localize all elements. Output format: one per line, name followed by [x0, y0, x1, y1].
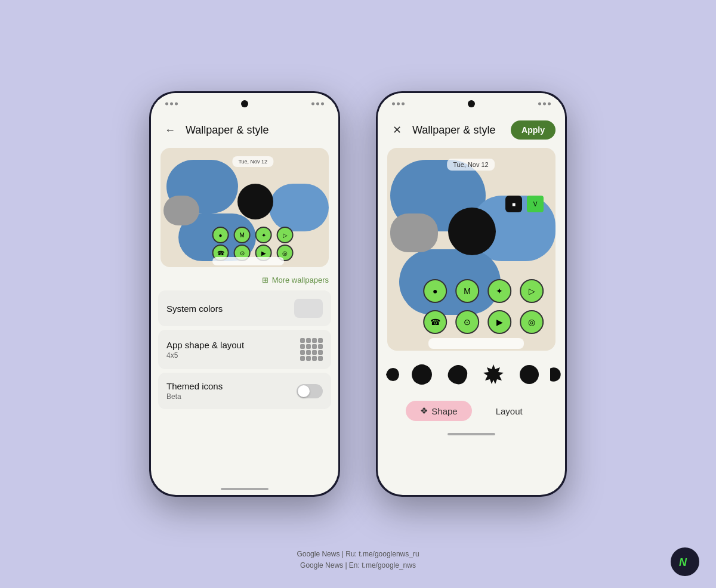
blob-gray — [163, 196, 199, 225]
wp-icon-2: M — [234, 227, 251, 243]
more-wallpapers-label: More wallpapers — [272, 276, 329, 284]
back-button[interactable]: ← — [161, 120, 180, 140]
header-1: ← Wallpaper & style — [151, 114, 338, 146]
system-colors-label: System colors — [166, 304, 223, 314]
wp-icon-1: ● — [212, 227, 229, 243]
footer-line2: Google News | En: t.me/google_nws — [0, 560, 716, 571]
footer-line1: Google News | Ru: t.me/googlenws_ru — [0, 549, 716, 560]
blob-blue2 — [269, 184, 329, 231]
phone-2: ✕ Wallpaper & style Apply Tue, Nov 12 ● … — [376, 91, 567, 497]
status-bar-1 — [151, 93, 338, 114]
wallpaper-preview-1[interactable]: Tue, Nov 12 ● M ✦ ▷ ☎ ⊙ ▶ ◎ — [161, 148, 329, 267]
shape-tab-label: Shape — [431, 406, 457, 416]
page-title-2: Wallpaper & style — [412, 124, 505, 137]
app-shape-row[interactable]: App shape & layout 4x5 — [158, 330, 331, 369]
shape-item-partial-left[interactable] — [384, 359, 402, 390]
status-bar-2 — [378, 93, 565, 114]
camera-hole-1 — [241, 100, 248, 107]
tab-shape[interactable]: ❖ Shape — [406, 401, 471, 421]
wp-icons-row-2a: ● M ✦ ▷ — [423, 279, 544, 303]
app-shape-sub: 4x5 — [166, 351, 244, 360]
app-shape-label: App shape & layout — [166, 340, 244, 350]
shape-item-circle[interactable] — [514, 359, 545, 390]
wp2-top-icons: ■ V — [505, 196, 544, 212]
shapes-scroll — [378, 353, 565, 396]
shape-item-flower[interactable] — [478, 359, 509, 390]
wp2-icon-3: ✦ — [487, 279, 511, 303]
apply-button[interactable]: Apply — [511, 120, 555, 140]
nav-bar-1 — [221, 488, 268, 490]
wp2-icon-6: ⊙ — [455, 310, 479, 334]
shape-item-partial-right[interactable] — [550, 359, 565, 390]
wp2-icon-1: ● — [423, 279, 447, 303]
layout-tab-label: Layout — [496, 406, 523, 416]
more-wallpapers-btn[interactable]: ⊞ More wallpapers — [151, 270, 338, 290]
system-colors-preview — [294, 299, 323, 318]
settings-rows: System colors App shape & layout 4x5 — [151, 290, 338, 483]
system-colors-row[interactable]: System colors — [158, 290, 331, 326]
wallpaper-preview-2[interactable]: Tue, Nov 12 ● M ✦ ▷ ☎ ⊙ ▶ ◎ — [387, 148, 555, 351]
wp-icon-4: ▷ — [277, 227, 294, 243]
shape-item-blob[interactable] — [442, 359, 473, 390]
themed-icons-toggle[interactable] — [297, 384, 323, 398]
page-title-1: Wallpaper & style — [186, 124, 329, 137]
shape-item-squircle[interactable] — [406, 359, 437, 390]
themed-icons-row[interactable]: Themed icons Beta — [158, 373, 331, 409]
themed-icons-sub: Beta — [166, 392, 223, 401]
nav-bar-2 — [448, 433, 495, 435]
wp2-icon-4: ▷ — [520, 279, 544, 303]
wp-searchbar-2 — [428, 338, 524, 349]
tab-layout[interactable]: Layout — [482, 401, 537, 421]
wallpaper-date-1: Tue, Nov 12 — [232, 156, 273, 167]
grid-icon — [300, 338, 323, 361]
svg-rect-0 — [413, 366, 431, 383]
n-logo: N — [671, 547, 699, 576]
wp2-icon-5: ☎ — [423, 310, 447, 334]
wp-icon-3: ✦ — [255, 227, 272, 243]
wp2-icon-v: V — [527, 196, 544, 212]
shape-tabs: ❖ Shape Layout — [378, 396, 565, 428]
themed-icons-label: Themed icons — [166, 381, 223, 391]
close-button[interactable]: ✕ — [387, 120, 406, 140]
wp2-icon-2: M — [455, 279, 479, 303]
wallpaper-date-2: Tue, Nov 12 — [447, 159, 495, 171]
shape-tab-icon: ❖ — [420, 406, 428, 416]
phone-bottom-2 — [378, 428, 565, 440]
wallpaper-icon: ⊞ — [262, 276, 268, 284]
blob2-gray — [390, 213, 438, 252]
camera-hole-2 — [468, 100, 475, 107]
blob2-black — [448, 208, 496, 255]
svg-point-1 — [520, 365, 539, 384]
wp2-icon-7: ▶ — [487, 310, 511, 334]
wp2-icon-8: ◎ — [520, 310, 544, 334]
wp-searchbar-1 — [212, 257, 284, 265]
blob-black — [237, 184, 273, 219]
phone-1: ← Wallpaper & style Tue, Nov 12 ● — [149, 91, 340, 497]
phone-bottom-1 — [151, 483, 338, 495]
wp2-icon-sq: ■ — [505, 196, 522, 212]
svg-text:N: N — [679, 556, 687, 568]
n-logo-svg: N — [677, 553, 693, 570]
wp-icons-row1: ● M ✦ ▷ — [212, 227, 294, 243]
scene: ← Wallpaper & style Tue, Nov 12 ● — [0, 0, 716, 588]
wp-icons-row-2b: ☎ ⊙ ▶ ◎ — [423, 310, 544, 334]
header-2: ✕ Wallpaper & style Apply — [378, 114, 565, 146]
svg-point-2 — [550, 367, 561, 382]
footer: Google News | Ru: t.me/googlenws_ru Goog… — [0, 549, 716, 571]
toggle-thumb — [298, 385, 310, 397]
